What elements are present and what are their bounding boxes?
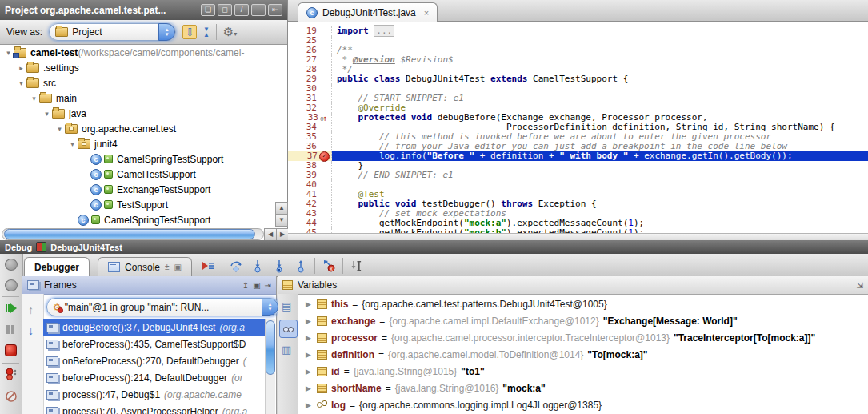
frames-icon: [27, 280, 39, 290]
next-frame-icon[interactable]: ↓: [28, 324, 34, 337]
force-step-into-icon[interactable]: [271, 258, 287, 274]
scroll-up-icon[interactable]: ▲: [275, 202, 288, 215]
float-tab-icon[interactable]: ▣: [174, 263, 182, 271]
frame-item-1[interactable]: beforeProcess():435, CamelTestSupport$D: [43, 336, 265, 352]
scroll-left-icon[interactable]: ◀: [264, 228, 277, 241]
frame-item-2[interactable]: onBeforeProcess():270, DefaultDebugger (: [43, 352, 265, 369]
hide-panel-icon[interactable]: ⇤: [268, 4, 282, 16]
step-into-icon[interactable]: [250, 258, 266, 274]
tree-item-camelspringtestsupport[interactable]: CamelSpringTestSupport: [0, 212, 274, 227]
expand-arrow-icon[interactable]: ▶: [306, 300, 313, 308]
variable-row-shortName[interactable]: ▶shortName = {java.lang.String@1016}"moc…: [298, 380, 867, 396]
frame-item-0[interactable]: debugBefore():37, DebugJUnit4Test (org.a: [43, 319, 265, 336]
debug-window-icon[interactable]: [5, 279, 18, 291]
restore-layout-icon[interactable]: ↥: [242, 281, 249, 290]
code-line-19[interactable]: 19import ...: [288, 26, 868, 36]
tree-item-exchangetestsupport[interactable]: ExchangeTestSupport: [0, 182, 274, 197]
project-hscrollbar[interactable]: [2, 228, 264, 240]
evaluate-expression-icon[interactable]: ▤: [282, 300, 291, 312]
previous-frame-icon[interactable]: ↑: [28, 303, 34, 316]
editor-tab[interactable]: DebugJUnit4Test.java ×: [298, 2, 438, 22]
scroll-down-icon[interactable]: ▼: [275, 214, 288, 227]
pause-icon[interactable]: [5, 324, 16, 335]
float-window-icon[interactable]: ❏: [201, 4, 215, 16]
step-out-icon[interactable]: [293, 258, 309, 274]
scroll-right-icon[interactable]: ▶: [276, 228, 289, 241]
rerun-icon[interactable]: [5, 259, 18, 271]
step-over-icon[interactable]: [228, 258, 244, 274]
frames-vscrollbar[interactable]: [265, 319, 275, 414]
minimize-icon[interactable]: —: [251, 4, 266, 16]
tree-item-cameltestsupport[interactable]: CamelTestSupport: [0, 167, 274, 182]
variable-row-exchange[interactable]: ▶exchange = {org.apache.camel.impl.Defau…: [298, 312, 867, 329]
run-to-cursor-icon[interactable]: [349, 258, 365, 274]
tree-item-org-apache-camel-test[interactable]: ▾org.apache.camel.test: [0, 121, 274, 136]
pin-tab-icon[interactable]: ±: [165, 263, 170, 271]
tree-item-src[interactable]: ▾src: [0, 75, 274, 90]
tree-item-testsupport[interactable]: TestSupport: [0, 197, 274, 212]
expand-arrow-icon[interactable]: ▶: [306, 368, 313, 376]
expand-arrow-icon[interactable]: ▾: [54, 125, 65, 133]
tree-item-java[interactable]: ▾java: [0, 106, 274, 121]
expand-arrow-icon[interactable]: ▶: [306, 334, 313, 342]
tree-item-label: org.apache.camel.test: [82, 123, 176, 135]
variable-row-id[interactable]: ▶id = {java.lang.String@1015}"to1": [298, 363, 867, 380]
show-execution-point-icon[interactable]: [200, 258, 216, 274]
close-tab-icon[interactable]: ×: [424, 8, 429, 18]
code-line-25[interactable]: 25: [288, 36, 868, 46]
tree-item--settings[interactable]: ▸.settings: [0, 60, 274, 75]
watch-view-icon[interactable]: [279, 320, 298, 338]
restore-panel-icon[interactable]: ⇲: [857, 281, 863, 290]
thread-stepper-icon[interactable]: ▲▼: [262, 298, 278, 316]
expand-arrow-icon[interactable]: ▾: [42, 110, 52, 118]
move-right-icon[interactable]: ⇥: [265, 281, 271, 290]
view-as-dropdown[interactable]: Project ▲▼: [49, 23, 176, 41]
scroll-to-source-icon[interactable]: ⇩: [182, 25, 197, 39]
variable-row-log[interactable]: ▶log = {org.apache.commons.logging.impl.…: [298, 396, 867, 413]
override-marker-icon[interactable]: [320, 114, 330, 123]
variable-row-processor[interactable]: ▶processor = {org.apache.camel.processor…: [298, 329, 867, 346]
frame-item-3[interactable]: beforeProcess():214, DefaultDebugger (or: [43, 369, 265, 386]
tab-debugger[interactable]: Debugger: [24, 257, 90, 276]
code-line-39[interactable]: 39 // END SNIPPET: e1: [288, 171, 868, 180]
frame-item-5[interactable]: process():70, AsyncProcessorHelper (org.…: [43, 403, 265, 414]
tree-item-camelspringtestsupport[interactable]: CamelSpringTestSupport: [0, 151, 274, 167]
pop-frame-icon[interactable]: x: [321, 258, 337, 274]
frame-package: (: [243, 356, 246, 367]
code-line-27[interactable]: 27 * @version $Revision$: [288, 55, 868, 65]
tree-item-main[interactable]: ▾main: [0, 90, 274, 106]
expand-arrow-icon[interactable]: ▶: [306, 401, 313, 409]
dropdown-stepper-icon[interactable]: ▲▼: [158, 23, 175, 41]
frame-item-4[interactable]: process():47, Debug$1 (org.apache.came: [43, 386, 265, 403]
expand-arrow-icon[interactable]: ▾: [67, 140, 78, 148]
frame-location: onBeforeProcess():270, DefaultDebugger: [62, 356, 239, 367]
code-editor[interactable]: 19import ...2526/**27 * @version $Revisi…: [288, 22, 868, 238]
breakpoint-icon[interactable]: [319, 151, 330, 162]
resume-icon[interactable]: [5, 302, 18, 315]
frames-list: debugBefore():37, DebugJUnit4Test (org.a…: [43, 319, 265, 414]
pin-icon[interactable]: /: [234, 4, 249, 16]
float-panel-icon[interactable]: ▣: [253, 281, 260, 290]
svg-text:x: x: [330, 266, 333, 271]
tree-item-camel-test[interactable]: ▾camel-test (/workspace/camel/components…: [0, 45, 274, 60]
dock-window-icon[interactable]: ◻: [218, 4, 232, 16]
expand-arrow-icon[interactable]: ▶: [306, 351, 313, 359]
tab-console[interactable]: Console ± ▣: [98, 257, 192, 276]
code-line-37[interactable]: 37 log.info("Before " + definition + " w…: [288, 151, 868, 161]
thread-dropdown[interactable]: ⚙ "main"@1 in group "main": RUN... ▲▼: [46, 298, 279, 316]
mute-breakpoints-icon[interactable]: [5, 390, 18, 403]
expand-arrow-icon[interactable]: ▸: [16, 64, 26, 72]
view-breakpoints-icon[interactable]: [5, 368, 18, 380]
variable-row-this[interactable]: ▶this = {org.apache.camel.test.patterns.…: [298, 295, 867, 312]
tree-item-junit4[interactable]: ▾junit4: [0, 136, 274, 151]
stop-icon[interactable]: [5, 344, 17, 356]
code-line-29[interactable]: 29public class DebugJUnit4Test extends C…: [288, 74, 868, 84]
expand-arrow-icon[interactable]: ▾: [29, 94, 39, 102]
expand-arrow-icon[interactable]: ▶: [306, 317, 313, 325]
expand-arrow-icon[interactable]: ▶: [306, 384, 313, 392]
variable-row-definition[interactable]: ▶definition = {org.apache.camel.model.To…: [298, 346, 867, 363]
add-watch-icon[interactable]: ▥: [282, 344, 291, 356]
settings-gear-icon[interactable]: ⚙▾: [223, 25, 237, 39]
expand-arrow-icon[interactable]: ▾: [16, 79, 26, 87]
collapse-all-icon[interactable]: ▼▲: [203, 26, 210, 38]
